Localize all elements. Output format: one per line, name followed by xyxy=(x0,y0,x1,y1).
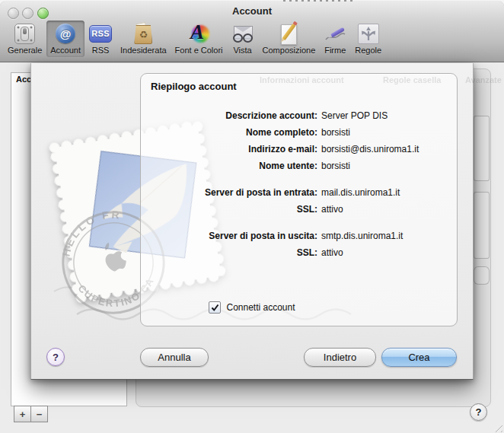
add-remove-group: + − xyxy=(14,406,48,422)
sheet-help-button[interactable]: ? xyxy=(46,348,65,366)
toolbar-item-font-e-colori[interactable]: A Font e Colori xyxy=(171,21,227,57)
toolbar-item-vista[interactable]: Vista xyxy=(228,21,258,57)
connect-account-row: Connetti account xyxy=(31,301,473,314)
switch-icon xyxy=(14,22,37,45)
svg-text:HELLO FR: HELLO FR xyxy=(50,203,131,260)
rss-badge-icon xyxy=(89,22,112,45)
create-button[interactable]: Crea xyxy=(381,348,457,367)
connect-account-label: Connetti account xyxy=(226,302,295,313)
preferences-window: Account Generale Account RSS Indesider xyxy=(0,2,504,433)
field-row: Nome completo:borsisti xyxy=(141,124,457,141)
toolbar-item-rss[interactable]: RSS xyxy=(85,21,116,57)
toolbar-item-generale[interactable]: Generale xyxy=(4,21,46,57)
toolbar-item-indesiderata[interactable]: Indesiderata xyxy=(116,21,171,57)
signature-pen-icon xyxy=(324,22,346,45)
junk-bag-icon xyxy=(132,22,155,45)
toolbar-item-firme[interactable]: Firme xyxy=(320,21,350,57)
ghost-field-fragment xyxy=(474,192,490,259)
field-row: Indirizzo e-mail:borsisti@dis.uniroma1.i… xyxy=(141,141,457,158)
cancel-button[interactable]: Annulla xyxy=(140,348,209,367)
ghost-field-fragment xyxy=(474,116,490,181)
account-summary-sheet: HELLO FR CUPERTINO CA Riepilogo account … xyxy=(30,63,474,380)
field-row: SSL:attivo xyxy=(141,201,457,218)
toolbar: Generale Account RSS Indesiderata A Font… xyxy=(0,21,386,62)
summary-fields: Descrizione account:Server POP DIS Nome … xyxy=(141,107,457,271)
field-row: Server di posta in uscita:smtp.dis.uniro… xyxy=(141,228,457,244)
branching-arrows-icon xyxy=(357,22,380,45)
ghost-control-fragment xyxy=(474,266,490,285)
pencil-paper-icon xyxy=(277,22,300,45)
remove-account-button[interactable]: − xyxy=(31,406,48,422)
field-row: Nome utente:borsisti xyxy=(141,158,457,174)
titlebar[interactable]: Account xyxy=(0,2,504,20)
resize-grip[interactable] xyxy=(492,422,502,432)
screen: Account Generale Account RSS Indesider xyxy=(0,0,504,433)
toolbar-item-regole[interactable]: Regole xyxy=(351,21,385,57)
sheet-title: Riepilogo account xyxy=(151,81,237,92)
toolbar-item-composizione[interactable]: Composizione xyxy=(259,21,320,57)
back-button[interactable]: Indietro xyxy=(304,348,376,367)
window-help-button[interactable]: ? xyxy=(470,403,487,421)
ghost-tab-regole-casella: Regole casella xyxy=(383,75,441,84)
toolbar-item-account[interactable]: Account xyxy=(46,21,85,57)
glasses-envelope-icon xyxy=(231,22,254,45)
field-row: Server di posta in entrata:mail.dis.unir… xyxy=(141,184,457,201)
add-account-button[interactable]: + xyxy=(14,406,31,422)
field-row: SSL:attivo xyxy=(141,244,457,261)
ghost-tab-informazioni-account: Informazioni account xyxy=(260,75,344,84)
ghost-tab-avanzate: Avanzate xyxy=(465,75,502,84)
field-row: Descrizione account:Server POP DIS xyxy=(141,107,457,124)
at-sphere-icon xyxy=(54,22,77,45)
connect-account-checkbox[interactable] xyxy=(209,301,221,314)
summary-panel: Riepilogo account Descrizione account:Se… xyxy=(140,73,458,326)
window-title: Account xyxy=(0,5,504,17)
font-colors-icon: A xyxy=(187,22,210,45)
window-header: Account Generale Account RSS Indesider xyxy=(0,2,504,62)
